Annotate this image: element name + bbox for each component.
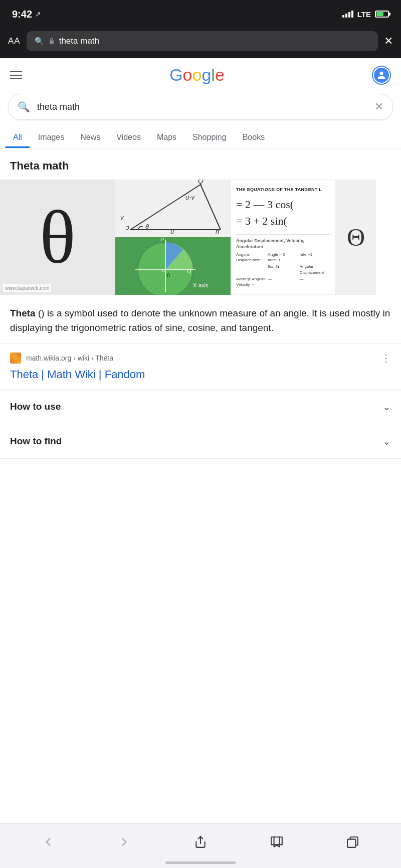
google-logo: Google — [169, 65, 225, 85]
svg-text:ɔ: ɔ — [125, 224, 129, 231]
svg-text:θ: θ — [167, 272, 170, 278]
tab-videos[interactable]: Videos — [108, 127, 149, 148]
svg-text:Q: Q — [198, 180, 204, 185]
theta-char: θ — [0, 180, 115, 295]
equation-line-2: = 3 + 2 sin( — [236, 213, 330, 229]
tabs-button[interactable] — [340, 831, 365, 853]
svg-text:n: n — [216, 228, 219, 235]
svg-text:X-axis: X-axis — [193, 282, 209, 288]
content-area: Theta math θ www.bajraiweb.com Q v u-v ɔ — [0, 148, 401, 509]
status-bar: 9:42 ↗ LTE — [0, 0, 401, 27]
svg-text:v: v — [120, 214, 124, 221]
search-clear-button[interactable]: ✕ — [374, 100, 383, 113]
description-text: Theta () is a symbol used to denote the … — [10, 306, 391, 335]
location-arrow-icon: ↗ — [35, 10, 41, 18]
svg-text:P: P — [160, 237, 164, 243]
description-block: Theta () is a symbol used to denote the … — [0, 295, 401, 344]
status-icons: LTE — [342, 10, 389, 19]
search-query-text: theta math — [37, 102, 367, 112]
svg-rect-21 — [347, 839, 355, 847]
image-row: θ www.bajraiweb.com Q v u-v ɔ θ u n — [0, 180, 401, 295]
status-time: 9:42 — [12, 9, 32, 20]
google-account-button[interactable] — [372, 66, 391, 85]
back-button[interactable] — [36, 831, 61, 853]
tab-maps[interactable]: Maps — [149, 127, 184, 148]
featured-title: Theta math — [0, 148, 401, 180]
lte-label: LTE — [357, 10, 371, 19]
bookmarks-button[interactable] — [264, 831, 289, 853]
svg-rect-0 — [50, 40, 54, 44]
source-meta: math.wikia.org › wiki › Theta ⋮ — [10, 352, 391, 364]
svg-text:θ: θ — [145, 223, 149, 230]
physics-table: Angular Displacement, Velocity, Accelera… — [236, 238, 330, 287]
svg-line-3 — [200, 185, 221, 230]
equation-line-1: = 2 — 3 cos( — [236, 196, 330, 213]
partial-image[interactable]: Θ — [336, 180, 376, 295]
source-block: math.wikia.org › wiki › Theta ⋮ Theta | … — [0, 344, 401, 390]
circle-image: X-axis θ Q P o — [115, 237, 231, 295]
tab-news[interactable]: News — [72, 127, 108, 148]
search-icon: 🔍 — [18, 101, 30, 113]
source-favicon — [10, 353, 21, 364]
hamburger-menu-icon[interactable] — [10, 69, 22, 82]
url-text: theta math — [59, 36, 99, 46]
search-bar-container: 🔍 theta math ✕ — [0, 90, 401, 127]
how-to-use-section[interactable]: How to use ⌄ — [0, 390, 401, 424]
tab-shopping[interactable]: Shopping — [184, 127, 235, 148]
description-body: () is a symbol used to denote the unknow… — [10, 308, 390, 333]
address-bar: AA 🔍 theta math ✕ — [0, 27, 401, 58]
source-link[interactable]: Theta | Math Wiki | Fandom — [10, 368, 145, 381]
how-to-find-label: How to find — [10, 436, 62, 447]
triangle-image: Q v u-v ɔ θ u n — [115, 180, 231, 237]
image-watermark: www.bajraiweb.com — [3, 284, 51, 292]
aa-button[interactable]: AA — [8, 36, 21, 46]
tab-books[interactable]: Books — [235, 127, 273, 148]
account-avatar — [374, 68, 389, 83]
svg-text:u-v: u-v — [185, 194, 195, 201]
search-tabs: All Images News Videos Maps Shopping Boo… — [0, 127, 401, 148]
source-more-button[interactable]: ⋮ — [381, 352, 391, 364]
svg-text:Q: Q — [187, 268, 191, 274]
google-header: Google — [0, 58, 401, 90]
battery-icon — [375, 11, 389, 18]
share-button[interactable] — [188, 831, 213, 853]
theta-bold: Theta — [10, 308, 36, 318]
how-to-find-section[interactable]: How to find ⌄ — [0, 424, 401, 459]
lock-icon — [48, 38, 55, 45]
tab-images[interactable]: Images — [30, 127, 72, 148]
how-to-use-label: How to use — [10, 401, 61, 412]
home-indicator — [165, 861, 236, 864]
svg-text:u: u — [170, 228, 174, 235]
forward-button[interactable] — [112, 831, 137, 853]
chevron-down-icon-2: ⌄ — [382, 435, 391, 447]
chevron-down-icon: ⌄ — [382, 401, 391, 413]
source-url: math.wikia.org › wiki › Theta — [26, 354, 376, 362]
equation-header: The Equations of the Tangent L — [236, 187, 330, 192]
theta-symbol-image[interactable]: θ www.bajraiweb.com — [0, 180, 115, 295]
close-tab-button[interactable]: ✕ — [384, 35, 393, 48]
search-bar[interactable]: 🔍 theta math ✕ — [8, 94, 393, 120]
svg-line-1 — [130, 185, 200, 230]
url-input[interactable]: 🔍 theta math — [27, 31, 378, 51]
signal-bars-icon — [342, 11, 353, 18]
tab-all[interactable]: All — [5, 127, 30, 148]
equations-image[interactable]: The Equations of the Tangent L = 2 — 3 c… — [231, 180, 336, 295]
triangle-circle-image[interactable]: Q v u-v ɔ θ u n — [115, 180, 231, 295]
search-icon: 🔍 — [35, 37, 44, 46]
svg-text:o: o — [162, 268, 165, 273]
